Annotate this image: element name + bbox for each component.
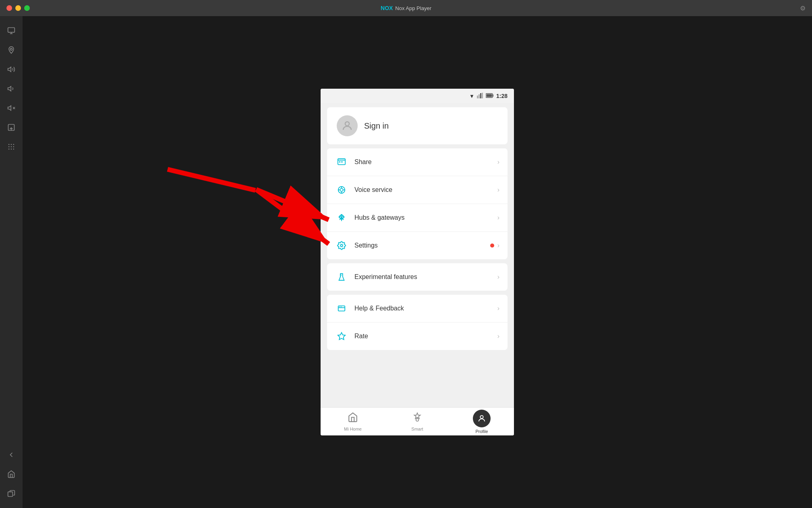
maximize-button[interactable] (24, 5, 30, 11)
svg-rect-46 (338, 306, 345, 311)
sidebar-bottom (3, 447, 19, 508)
mi-home-label: Mi Home (344, 427, 362, 431)
svg-marker-6 (8, 106, 11, 110)
menu-item-help[interactable]: Help & Feedback › (327, 295, 508, 323)
signal-icon (477, 93, 483, 100)
svg-point-18 (11, 149, 12, 150)
close-button[interactable] (6, 5, 12, 11)
voice-service-label: Voice service (354, 186, 497, 194)
svg-rect-20 (8, 492, 13, 497)
menu-section-3: Help & Feedback › Rate › (327, 295, 508, 350)
status-bar: ▼ 1:28 (321, 89, 514, 103)
mute-icon[interactable] (3, 100, 19, 116)
svg-point-11 (8, 144, 10, 145)
nav-profile[interactable]: Profile (450, 406, 514, 436)
svg-point-52 (480, 415, 483, 418)
minimize-button[interactable] (15, 5, 21, 11)
svg-point-48 (340, 306, 340, 307)
help-icon (335, 302, 348, 315)
mi-home-icon (348, 412, 358, 425)
svg-marker-50 (338, 333, 345, 339)
nav-mi-home[interactable]: Mi Home (321, 409, 385, 435)
svg-rect-26 (478, 94, 480, 98)
sign-in-section[interactable]: Sign in (327, 107, 508, 144)
hubs-label: Hubs & gateways (354, 214, 497, 221)
menu-section-2: Experimental features › (327, 263, 508, 291)
menu-section-1: Share › Voice service › Hubs & gateways … (327, 148, 508, 259)
rate-chevron: › (497, 333, 499, 340)
svg-point-3 (10, 48, 12, 50)
svg-rect-35 (339, 161, 341, 162)
home-sidebar-icon[interactable] (3, 466, 19, 482)
back-icon[interactable] (3, 447, 19, 463)
svg-line-24 (168, 169, 255, 190)
svg-point-38 (340, 188, 343, 191)
title-bar: NOX Nox App Player ⚙ (0, 0, 812, 16)
screen-icon[interactable] (3, 23, 19, 39)
svg-line-23 (256, 189, 329, 244)
svg-point-32 (345, 122, 349, 126)
location-icon[interactable] (3, 42, 19, 58)
window-controls[interactable] (6, 5, 30, 11)
app-title-text: Nox App Player (395, 5, 431, 11)
upload-icon[interactable] (3, 119, 19, 135)
svg-point-19 (13, 149, 14, 150)
svg-marker-4 (8, 67, 11, 72)
svg-rect-36 (341, 161, 343, 162)
menu-item-experimental[interactable]: Experimental features › (327, 263, 508, 291)
svg-point-43 (340, 244, 343, 247)
settings-icon[interactable]: ⚙ (800, 4, 806, 12)
menu-item-voice[interactable]: Voice service › (327, 176, 508, 204)
smart-label: Smart (411, 427, 423, 431)
grid-icon[interactable] (3, 139, 19, 155)
svg-marker-5 (8, 86, 11, 91)
svg-point-16 (13, 146, 14, 148)
experimental-chevron: › (497, 273, 499, 281)
menu-item-settings[interactable]: Settings › (327, 232, 508, 259)
app-frame: ▼ 1:28 Sign in (321, 89, 514, 435)
profile-icon-circle (473, 410, 491, 427)
menu-item-hubs[interactable]: Hubs & gateways › (327, 204, 508, 232)
volume-medium-icon[interactable] (3, 81, 19, 97)
sign-in-text[interactable]: Sign in (364, 121, 389, 131)
svg-point-14 (8, 146, 10, 148)
battery-icon (486, 93, 494, 99)
svg-line-22 (256, 189, 329, 220)
nav-smart[interactable]: Smart (385, 409, 450, 435)
help-label: Help & Feedback (354, 305, 497, 312)
svg-rect-31 (486, 94, 492, 97)
menu-item-rate[interactable]: Rate › (327, 323, 508, 350)
app-title: NOX Nox App Player (381, 5, 431, 11)
avatar (337, 115, 358, 136)
svg-point-49 (341, 306, 342, 307)
wifi-icon: ▼ (469, 93, 474, 99)
star-icon (335, 330, 348, 343)
voice-chevron: › (497, 186, 499, 194)
settings-label: Settings (354, 242, 490, 249)
svg-rect-28 (482, 93, 483, 98)
settings-chevron: › (497, 242, 499, 249)
window-icon[interactable] (3, 485, 19, 502)
svg-point-15 (11, 146, 12, 148)
svg-point-12 (11, 144, 12, 145)
rate-label: Rate (354, 333, 497, 340)
emulator-screen: ▼ 1:28 Sign in (23, 16, 812, 508)
volume-high-icon[interactable] (3, 61, 19, 77)
svg-rect-27 (480, 93, 481, 98)
svg-point-51 (416, 418, 419, 421)
settings-menu-icon (335, 239, 348, 252)
share-chevron: › (497, 158, 499, 166)
menu-item-share[interactable]: Share › (327, 148, 508, 176)
settings-badge (490, 244, 494, 248)
svg-rect-30 (493, 94, 493, 96)
svg-point-13 (13, 144, 14, 145)
hubs-chevron: › (497, 214, 499, 221)
bluetooth-icon (335, 211, 348, 224)
voice-icon (335, 183, 348, 196)
svg-rect-0 (8, 28, 15, 33)
app-content: Sign in Share › Voice service › (321, 103, 514, 407)
smart-icon (412, 412, 423, 425)
profile-label: Profile (475, 429, 488, 434)
svg-rect-25 (477, 96, 478, 98)
share-icon (335, 156, 348, 169)
